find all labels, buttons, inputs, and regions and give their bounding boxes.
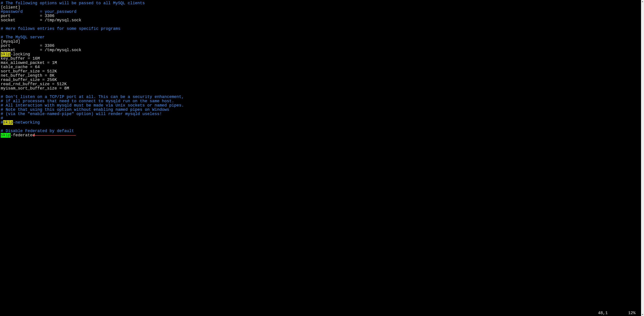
text-segment: socket = /tmp/mysql.sock bbox=[1, 18, 82, 23]
cursor-position: 48,1 bbox=[598, 311, 608, 315]
text-segment: table_cache = 64 bbox=[1, 65, 40, 69]
terminal-line bbox=[1, 23, 641, 27]
text-segment: port = 3306 bbox=[1, 44, 54, 48]
text-segment: # The following options will be passed t… bbox=[1, 1, 145, 6]
text-segment: max_allowed_packet = 1M bbox=[1, 61, 57, 65]
text-segment: port = 3306 bbox=[1, 14, 54, 18]
terminal-line bbox=[1, 125, 641, 129]
terminal-line: # Here follows entries for some specific… bbox=[1, 27, 641, 31]
terminal-line: # Note that using this option without en… bbox=[1, 108, 641, 112]
terminal-line: socket = /tmp/mysql.sock bbox=[1, 48, 641, 52]
terminal-line bbox=[1, 91, 641, 95]
text-segment: net_buffer_length = 8K bbox=[1, 73, 54, 78]
terminal-line: port = 3306 bbox=[1, 14, 641, 18]
terminal-line: myisam_sort_buffer_size = 8M bbox=[1, 86, 641, 91]
scrollbar-up-arrow-icon[interactable] bbox=[641, 0, 644, 3]
text-segment: # bbox=[1, 120, 3, 125]
vim-status-bar: 48,1 12% bbox=[0, 311, 641, 315]
text-segment: socket = /tmp/mysql.sock bbox=[1, 48, 82, 52]
vertical-scrollbar[interactable] bbox=[641, 0, 644, 316]
text-segment: read_buffer_size = 256K bbox=[1, 78, 57, 82]
scrollbar-down-arrow-icon[interactable] bbox=[641, 313, 644, 316]
terminal-line: net_buffer_length = 8K bbox=[1, 74, 641, 78]
text-segment: skip bbox=[1, 52, 10, 57]
text-segment: # if all processes that need to connect … bbox=[1, 99, 174, 104]
terminal-line: # bbox=[1, 116, 641, 120]
terminal-line: # All interaction with mysqld must be ma… bbox=[1, 103, 641, 108]
terminal-line: # if all processes that need to connect … bbox=[1, 99, 641, 103]
text-segment: # Don't listen on a TCP/IP port at all. … bbox=[1, 95, 184, 99]
text-segment: key_buffer = 16M bbox=[1, 56, 40, 61]
terminal-line: # Disable Federated by default bbox=[1, 129, 641, 133]
terminal-line: skip-locking bbox=[1, 52, 641, 57]
scroll-percent: 12% bbox=[628, 311, 636, 315]
text-segment: sort_buffer_size = 512K bbox=[1, 69, 57, 74]
terminal-line: table_cache = 64 bbox=[1, 65, 641, 69]
text-segment: -federated bbox=[10, 133, 35, 138]
text-segment: # Here follows entries for some specific… bbox=[1, 27, 120, 31]
text-segment: # The MySQL server bbox=[1, 35, 45, 40]
text-segment: #password = your_password bbox=[1, 10, 76, 14]
terminal-line: #password = your_password bbox=[1, 10, 641, 14]
terminal-line: read_buffer_size = 256K bbox=[1, 78, 641, 82]
text-segment: [client] bbox=[1, 5, 20, 10]
terminal-line: [mysqld] bbox=[1, 40, 641, 44]
terminal-line: # The MySQL server bbox=[1, 35, 641, 40]
terminal-line: sort_buffer_size = 512K bbox=[1, 69, 641, 74]
terminal-line: # Don't listen on a TCP/IP port at all. … bbox=[1, 95, 641, 99]
text-segment: read_rnd_buffer_size = 512K bbox=[1, 82, 66, 86]
terminal-line: [client] bbox=[1, 5, 641, 10]
terminal-line: max_allowed_packet = 1M bbox=[1, 61, 641, 65]
text-segment: myisam_sort_buffer_size = 8M bbox=[1, 86, 69, 91]
text-segment: # (via the "enable-named-pipe" option) w… bbox=[1, 112, 162, 116]
terminal-line bbox=[1, 31, 641, 35]
terminal-line: # The following options will be passed t… bbox=[1, 1, 641, 5]
terminal-line: key_buffer = 16M bbox=[1, 57, 641, 61]
terminal-line: # (via the "enable-named-pipe" option) w… bbox=[1, 112, 641, 116]
terminal-viewport[interactable]: # The following options will be passed t… bbox=[1, 1, 641, 316]
text-segment: skip bbox=[3, 120, 13, 125]
text-segment: -networking bbox=[13, 120, 40, 125]
text-segment: # bbox=[1, 116, 3, 121]
text-segment: skip bbox=[1, 133, 10, 138]
text-segment: # Disable Federated by default bbox=[1, 129, 74, 133]
text-segment: # All interaction with mysqld must be ma… bbox=[1, 103, 184, 108]
terminal-line: socket = /tmp/mysql.sock bbox=[1, 18, 641, 23]
terminal-line: skip-federated bbox=[1, 133, 641, 137]
terminal-line: read_rnd_buffer_size = 512K bbox=[1, 82, 641, 86]
text-segment: [mysqld] bbox=[1, 39, 20, 44]
text-segment: # Note that using this option without en… bbox=[1, 107, 169, 112]
terminal-line: port = 3306 bbox=[1, 44, 641, 48]
terminal-line: #skip-networking bbox=[1, 120, 641, 125]
text-segment: -locking bbox=[10, 52, 30, 57]
